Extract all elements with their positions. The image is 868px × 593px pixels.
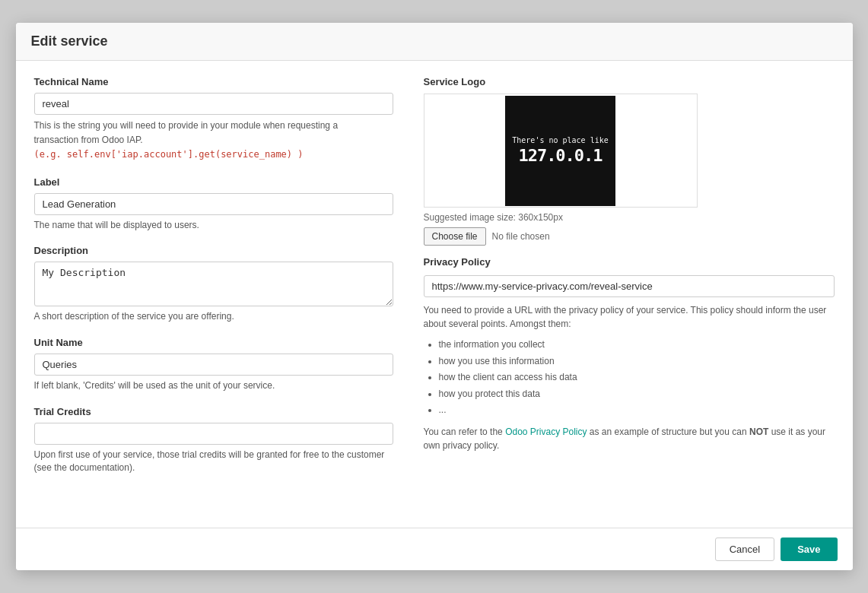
unit-name-label: Unit Name	[34, 337, 393, 348]
privacy-policy-label: Privacy Policy	[424, 256, 835, 268]
technical-name-input[interactable]	[34, 93, 393, 115]
technical-name-group: Technical Name This is the string you wi…	[34, 76, 393, 163]
privacy-note-bold: NOT	[749, 427, 768, 437]
left-column: Technical Name This is the string you wi…	[34, 76, 393, 512]
unit-name-input[interactable]	[34, 354, 393, 376]
image-size-hint: Suggested image size: 360x150px	[424, 212, 835, 223]
privacy-policy-input[interactable]	[424, 275, 835, 297]
choose-file-button[interactable]: Choose file	[424, 227, 486, 246]
cancel-button[interactable]: Cancel	[715, 538, 774, 561]
technical-name-label: Technical Name	[34, 76, 393, 87]
modal-header: Edit service	[16, 23, 853, 61]
service-logo-label: Service Logo	[424, 76, 835, 87]
description-input[interactable]	[34, 262, 393, 306]
list-item: how the client can access his data	[439, 369, 835, 386]
privacy-note-before: You can refer to the	[424, 427, 506, 437]
logo-tagline: There's no place like	[512, 136, 608, 144]
unit-name-group: Unit Name If left blank, 'Credits' will …	[34, 337, 393, 392]
trial-credits-hint: Upon first use of your service, those tr…	[34, 449, 393, 474]
privacy-note: You can refer to the Odoo Privacy Policy…	[424, 425, 835, 452]
privacy-hint: You need to provide a URL with the priva…	[424, 303, 835, 331]
list-item: how you protect this data	[439, 386, 835, 403]
file-input-row: Choose file No file chosen	[424, 227, 835, 246]
label-field-label: Label	[34, 176, 393, 188]
logo-preview-box: There's no place like 127.0.0.1	[424, 94, 698, 208]
modal-title: Edit service	[31, 33, 108, 49]
right-column: Service Logo There's no place like 127.0…	[424, 76, 835, 512]
label-field-group: Label The name that will be displayed to…	[34, 176, 393, 232]
description-hint: A short description of the service you a…	[34, 310, 393, 323]
technical-name-hint: This is the string you will need to prov…	[34, 119, 393, 163]
no-file-text: No file chosen	[492, 231, 550, 242]
trial-credits-input[interactable]	[34, 423, 393, 445]
list-item: the information you collect	[439, 337, 835, 354]
trial-credits-label: Trial Credits	[34, 406, 393, 417]
save-button[interactable]: Save	[781, 538, 837, 561]
list-item: how you use this information	[439, 354, 835, 370]
modal-footer: Cancel Save	[16, 528, 853, 570]
logo-image: There's no place like 127.0.0.1	[505, 96, 615, 206]
logo-ip: 127.0.0.1	[518, 146, 602, 165]
label-field-input[interactable]	[34, 193, 393, 215]
modal-body: Technical Name This is the string you wi…	[16, 61, 853, 528]
privacy-policy-section: Privacy Policy You need to provide a URL…	[424, 256, 835, 452]
code-example: (e.g. self.env['iap.account'].get(servic…	[34, 149, 304, 160]
unit-name-hint: If left blank, 'Credits' will be used as…	[34, 379, 393, 392]
edit-service-modal: Edit service Technical Name This is the …	[16, 23, 853, 570]
label-field-hint: The name that will be displayed to users…	[34, 219, 393, 232]
modal-overlay: Edit service Technical Name This is the …	[0, 0, 868, 593]
list-item: ...	[439, 402, 835, 419]
description-label: Description	[34, 245, 393, 256]
privacy-list: the information you collect how you use …	[424, 337, 835, 419]
privacy-note-middle: as an example of structure but you can	[587, 427, 749, 437]
trial-credits-group: Trial Credits Upon first use of your ser…	[34, 406, 393, 474]
description-group: Description A short description of the s…	[34, 245, 393, 323]
odoo-privacy-link[interactable]: Odoo Privacy Policy	[505, 427, 587, 437]
service-logo-section: Service Logo There's no place like 127.0…	[424, 76, 835, 246]
